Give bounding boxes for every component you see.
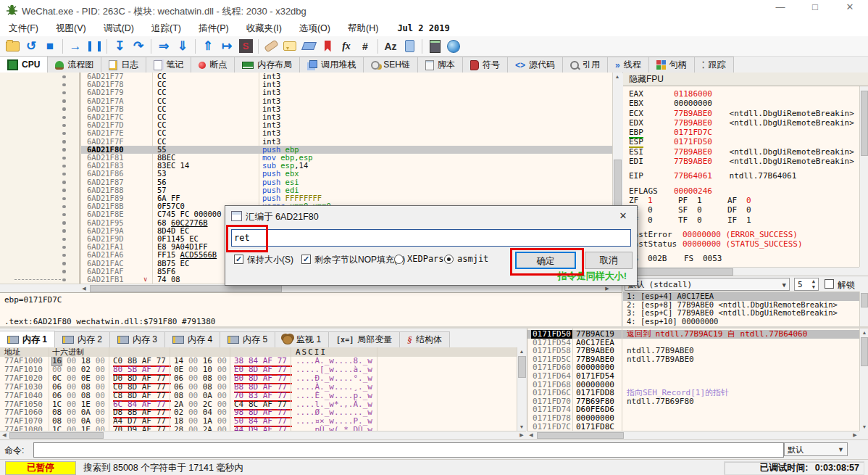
- stack-row[interactable]: 0171FD7800000000: [527, 414, 860, 423]
- xedparse-radio[interactable]: [394, 255, 404, 264]
- tab-threads[interactable]: »线程: [607, 57, 649, 73]
- tab-symbols[interactable]: 符号: [462, 57, 508, 73]
- step-into-button[interactable]: ↧: [110, 38, 129, 55]
- hash-button[interactable]: #: [356, 38, 375, 55]
- dump-vscrollbar[interactable]: ▲▼: [517, 347, 527, 431]
- register-row[interactable]: ESI77B9ABE0 <ntdll.DbgUiRemoteBreakin>: [623, 147, 859, 157]
- execute-till-return-button[interactable]: ⇓: [173, 38, 192, 55]
- stack-hscrollbar[interactable]: ◀▶: [527, 431, 859, 439]
- register-row[interactable]: ECX77B9ABE0 <ntdll.DbgUiRemoteBreakin>: [623, 109, 859, 118]
- cancel-button[interactable]: 取消: [585, 252, 633, 269]
- tab-dump-5[interactable]: 内存 5: [220, 331, 275, 347]
- dump-row[interactable]: 77AF103006 00 08 00 C0 8D AF 77 06 00 08…: [0, 383, 517, 392]
- register-row[interactable]: GS002BFS0053: [623, 254, 859, 263]
- modules-button[interactable]: [400, 38, 419, 55]
- restart-button[interactable]: ↺: [22, 38, 41, 55]
- maximize-button[interactable]: □: [803, 0, 827, 15]
- tab-log[interactable]: 日志: [101, 57, 146, 73]
- arguments-panel[interactable]: 1: [esp+4] A0C17EEA2: [esp+8] 77B9ABE0 <…: [623, 292, 859, 327]
- dump-hscrollbar[interactable]: ◀▶: [0, 431, 526, 439]
- bookmark-button[interactable]: [318, 38, 337, 55]
- register-row[interactable]: EBX00000000: [623, 99, 859, 108]
- tab-struct[interactable]: §结构体: [399, 331, 450, 347]
- tab-notes[interactable]: 笔记: [146, 57, 191, 73]
- step-over-button[interactable]: ↷: [129, 38, 148, 55]
- dump-row[interactable]: 77AF101000 00 02 00 80 5B AF 77 0E 00 10…: [0, 365, 517, 374]
- register-row[interactable]: EDX77B9ABE0 <ntdll.DbgUiRemoteBreakin>: [623, 118, 859, 128]
- scylla-button[interactable]: S: [236, 38, 255, 55]
- tab-references[interactable]: 引用: [562, 57, 608, 73]
- close-button[interactable]: ✕: [838, 0, 862, 15]
- step-out-button[interactable]: ⇑: [199, 38, 217, 55]
- disasm-row[interactable]: 6AD21F8653push ebx: [0, 170, 612, 178]
- function-button[interactable]: fx: [337, 38, 356, 55]
- tab-dump-3[interactable]: 内存 3: [109, 331, 165, 347]
- assemble-input[interactable]: [231, 229, 631, 247]
- label-button[interactable]: [299, 38, 318, 55]
- args-vscrollbar[interactable]: [859, 292, 868, 326]
- tab-call-stack[interactable]: 调用堆栈: [299, 57, 364, 73]
- register-row[interactable]: OF0SF0DF0: [623, 205, 859, 215]
- tab-script[interactable]: 脚本: [417, 57, 463, 73]
- menu-item-3[interactable]: 追踪(T): [143, 21, 190, 36]
- menu-item-2[interactable]: 调试(D): [95, 21, 143, 36]
- registers-vscrollbar[interactable]: [859, 86, 868, 267]
- run-to-user-code-button[interactable]: ↦: [217, 38, 236, 55]
- nop-fill-checkbox[interactable]: ✓: [301, 255, 311, 264]
- tab-dump-1[interactable]: 内存 1: [0, 331, 55, 347]
- asmjit-radio[interactable]: [444, 255, 454, 264]
- tab-memory-map[interactable]: 内存布局: [234, 57, 300, 73]
- arg-count-stepper[interactable]: 5 ▲▼: [794, 278, 819, 291]
- tab-breakpoints[interactable]: 断点: [191, 57, 235, 73]
- tab-trace[interactable]: ⁚跟踪: [694, 57, 734, 73]
- tab-locals[interactable]: [x=]局部变量: [328, 331, 400, 347]
- dump-row[interactable]: 77AF10801C 00 1E 00 70 D9 AF 77 28 00 2A…: [0, 426, 517, 431]
- stack-row[interactable]: 0171FD5077B9AC19返回到 ntdll.77B9AC19 自 ntd…: [527, 330, 860, 339]
- pause-button[interactable]: [85, 38, 104, 55]
- run-button[interactable]: →: [66, 38, 85, 55]
- register-row[interactable]: EBP0171FD7C: [623, 128, 859, 137]
- memory-dump-panel[interactable]: 77AF100016 00 18 00 C0 8B AF 77 14 00 16…: [0, 357, 517, 431]
- disasm-row[interactable]: 6AD21F79CCint3: [0, 88, 612, 96]
- keep-size-checkbox[interactable]: ✓: [234, 255, 243, 264]
- minimize-button[interactable]: —: [768, 0, 793, 15]
- menu-item-1[interactable]: 视图(V): [47, 21, 95, 36]
- comment-button[interactable]: [280, 38, 299, 55]
- case-button[interactable]: Az: [381, 38, 400, 55]
- menu-item-7[interactable]: 帮助(H): [339, 21, 387, 36]
- stop-button[interactable]: ■: [41, 38, 59, 55]
- register-row[interactable]: ESP0171FD50: [623, 137, 859, 146]
- dump-row[interactable]: 77AF10200C 00 0E 00 D0 8D AF 77 06 00 08…: [0, 374, 517, 383]
- stack-row[interactable]: 0171FD7C0171FD8C: [527, 423, 860, 431]
- unlock-checkbox[interactable]: [825, 279, 834, 289]
- register-row[interactable]: EFLAGS00000246: [623, 186, 859, 196]
- patch-button[interactable]: [262, 38, 280, 55]
- argument-row[interactable]: 3: [esp+C] 77B9ABE0 <ntdll.DbgUiRemoteBr…: [623, 309, 859, 318]
- argument-row[interactable]: 4: [esp+10] 00000000: [623, 318, 859, 326]
- menu-item-6[interactable]: 选项(O): [291, 21, 339, 36]
- register-row[interactable]: ZF1PF1AF0: [623, 196, 859, 205]
- menu-item-5[interactable]: 收藏夹(I): [238, 21, 291, 36]
- calling-convention-select[interactable]: 默认 (stdcall) ▼: [625, 278, 790, 291]
- tab-source[interactable]: <>源代码: [507, 57, 563, 73]
- tab-handles[interactable]: 句柄: [648, 57, 695, 73]
- command-type-select[interactable]: 默认 ▼: [784, 442, 848, 456]
- tab-graph[interactable]: 流程图: [47, 57, 101, 73]
- registers-panel[interactable]: EAX01186000EBX00000000ECX77B9ABE0 <ntdll…: [623, 86, 859, 267]
- internet-button[interactable]: [444, 38, 463, 55]
- register-row[interactable]: CF0TF0IF1: [623, 215, 859, 225]
- stack-vscrollbar[interactable]: ▲▼: [859, 329, 868, 431]
- stack-row[interactable]: 0171FD640171FD54: [527, 372, 860, 381]
- register-row[interactable]: EDI77B9ABE0 <ntdll.DbgUiRemoteBreakin>: [623, 157, 859, 166]
- tab-dump-2[interactable]: 内存 2: [54, 331, 110, 347]
- tab-dump-4[interactable]: 内存 4: [164, 331, 220, 347]
- stack-panel[interactable]: 0171FD5077B9AC19返回到 ntdll.77B9AC19 自 ntd…: [527, 329, 868, 431]
- open-file-button[interactable]: [3, 38, 22, 55]
- dump-row[interactable]: 77AF104006 00 08 00 C8 8D AF 77 08 00 0A…: [0, 392, 517, 400]
- menu-item-4[interactable]: 插件(P): [190, 21, 238, 36]
- register-row[interactable]: LastError00000000 (ERROR_SUCCESS): [623, 230, 859, 239]
- menu-item-0[interactable]: 文件(F): [0, 21, 47, 36]
- register-row[interactable]: EIP77B64061 ntdll.77B64061: [623, 171, 859, 181]
- command-input[interactable]: [33, 442, 784, 458]
- tab-seh[interactable]: SEH链: [363, 57, 418, 73]
